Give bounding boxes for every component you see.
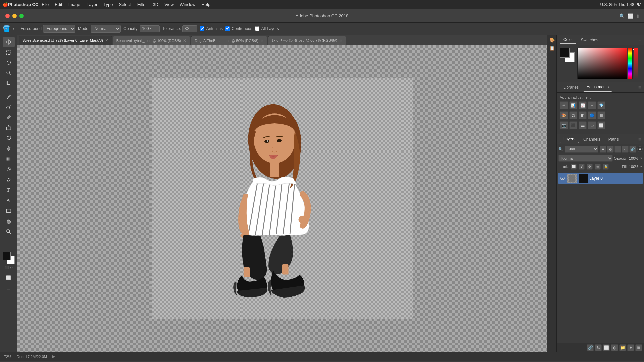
default-colors-icon[interactable]: ⬛ <box>5 266 9 269</box>
tab-layers[interactable]: Layers <box>560 135 579 143</box>
tab-swatches[interactable]: Swatches <box>578 36 602 44</box>
layers-filter-select[interactable]: Kind <box>565 146 598 153</box>
move-tool[interactable] <box>3 37 15 47</box>
panel-color-icon[interactable]: 🎨 <box>548 36 556 44</box>
hand-tool[interactable] <box>3 216 15 226</box>
new-group-btn[interactable]: 📁 <box>619 344 626 351</box>
canvas-document[interactable] <box>152 78 413 319</box>
eraser-tool[interactable] <box>3 143 15 154</box>
menu-window[interactable]: Window <box>180 2 195 7</box>
tab-close-streetscene[interactable]: ✕ <box>105 38 108 43</box>
color-lookup-icon[interactable]: 📷 <box>560 121 568 129</box>
channel-mixer-icon[interactable]: ▦ <box>597 111 605 119</box>
invert-icon[interactable]: ⬛ <box>569 121 577 129</box>
filter-type-icon[interactable]: T <box>614 146 621 153</box>
layer-visibility-toggle[interactable] <box>560 176 565 181</box>
eyedropper-tool[interactable] <box>3 92 15 102</box>
layers-panel-menu[interactable]: ≡ <box>638 136 641 142</box>
menu-file[interactable]: File <box>42 2 49 7</box>
pen-tool[interactable] <box>3 175 15 185</box>
color-spectrum-bar[interactable] <box>628 48 633 79</box>
anti-alias-checkbox[interactable] <box>200 26 204 31</box>
menu-layer[interactable]: Layer <box>87 2 98 7</box>
tab-beachvolleyball[interactable]: BeachVolleyball_.psd @ 100% (RGB/8) ✕ <box>113 36 190 45</box>
menu-3d[interactable]: 3D <box>153 2 159 7</box>
menu-type[interactable]: Type <box>103 2 113 7</box>
layer-thumbnail[interactable] <box>567 174 577 183</box>
gradient-map-icon[interactable]: ⬜ <box>597 121 605 129</box>
healing-brush-tool[interactable] <box>3 102 15 112</box>
tool-options-icon[interactable]: 🪣 <box>3 25 10 33</box>
fill-dropdown-icon[interactable]: ▼ <box>640 165 643 168</box>
fill-value[interactable]: 100% <box>629 165 638 169</box>
color-balance-icon[interactable]: ⚖ <box>569 111 577 119</box>
tab-color[interactable]: Color <box>560 36 576 44</box>
filter-toggle[interactable]: ● <box>637 146 643 152</box>
canvas-viewport[interactable] <box>17 45 547 352</box>
crop-tool[interactable] <box>3 78 15 88</box>
menu-edit[interactable]: Edit <box>55 2 62 7</box>
lock-position-btn[interactable]: ✛ <box>587 164 593 170</box>
opacity-value[interactable]: 100% <box>629 156 638 160</box>
panel-layers-icon[interactable]: 📋 <box>548 44 556 52</box>
menu-filter[interactable]: Filter <box>137 2 147 7</box>
foreground-color-swatch[interactable] <box>560 48 570 58</box>
layer-item-0[interactable]: Layer 0 <box>558 173 643 184</box>
path-selection-tool[interactable] <box>3 195 15 205</box>
threshold-icon[interactable]: ▭ <box>588 121 596 129</box>
photo-filter-icon[interactable]: 🔵 <box>588 111 596 119</box>
blend-mode-select[interactable]: Normal <box>558 155 613 162</box>
lock-pixels-btn[interactable]: 🖌 <box>579 164 585 170</box>
tab-adjustments[interactable]: Adjustments <box>583 83 612 92</box>
status-arrow[interactable]: ▶ <box>52 354 55 359</box>
exposure-icon[interactable]: △ <box>588 101 596 109</box>
delete-layer-btn[interactable]: 🗑 <box>635 344 642 351</box>
opacity-input[interactable] <box>140 25 160 32</box>
tab-channels[interactable]: Channels <box>580 136 604 143</box>
new-fill-adj-btn[interactable]: ◐ <box>611 344 618 351</box>
opacity-dropdown-icon[interactable]: ▼ <box>640 157 643 160</box>
swap-colors-icon[interactable]: ⇄ <box>10 266 13 269</box>
screen-mode[interactable]: ▭ <box>3 283 15 293</box>
quick-select-tool[interactable] <box>3 68 15 78</box>
tab-close-lesserpanda[interactable]: ✕ <box>339 38 343 43</box>
layer-name[interactable]: Layer 0 <box>589 176 641 181</box>
menu-select[interactable]: Select <box>119 2 131 7</box>
workspace-switcher[interactable]: ⬜ <box>628 13 633 19</box>
history-brush-tool[interactable] <box>3 133 15 143</box>
tab-streetscene[interactable]: StreetScene.psd @ 72% (Layer 0, Layer Ma… <box>19 36 112 45</box>
contiguous-checkbox[interactable] <box>225 26 230 31</box>
lock-all-btn[interactable]: 🔒 <box>603 164 609 170</box>
filter-shape-icon[interactable]: ▭ <box>622 146 629 153</box>
quick-mask-toggle[interactable]: ⬜ <box>3 273 15 283</box>
rectangle-tool[interactable] <box>3 206 15 216</box>
marquee-tool[interactable] <box>3 47 15 57</box>
maximize-button[interactable] <box>19 14 24 18</box>
gradient-tool[interactable] <box>3 154 15 164</box>
lock-transparency-btn[interactable]: ⬜ <box>571 164 577 170</box>
menu-view[interactable]: View <box>164 2 174 7</box>
new-layer-btn[interactable]: + <box>627 344 634 351</box>
blur-tool[interactable] <box>3 164 15 174</box>
foreground-color[interactable] <box>3 252 11 260</box>
color-alpha-bar[interactable] <box>634 48 638 79</box>
mode-select[interactable]: Normal <box>91 25 121 33</box>
tool-options-arrow[interactable]: ▼ <box>12 27 15 31</box>
tolerance-input[interactable] <box>182 25 197 32</box>
tab-dogsatthebeach[interactable]: DogsAtTheBeach.psd @ 50% (RGB/8) ✕ <box>191 36 267 45</box>
minimize-button[interactable] <box>12 14 17 18</box>
levels-icon[interactable]: 📊 <box>569 101 577 109</box>
hue-sat-icon[interactable]: 🎨 <box>560 111 568 119</box>
posterize-icon[interactable]: ▬ <box>579 121 587 129</box>
close-button[interactable] <box>5 14 10 18</box>
color-panel-menu[interactable]: ≡ <box>638 37 641 43</box>
zoom-tool[interactable] <box>3 227 15 237</box>
black-white-icon[interactable]: ◧ <box>579 111 587 119</box>
menu-image[interactable]: Image <box>68 2 80 7</box>
more-tools[interactable]: ··· <box>3 240 15 250</box>
lock-artboard-btn[interactable]: ▭ <box>595 164 601 170</box>
tab-paths[interactable]: Paths <box>605 136 622 143</box>
tab-libraries[interactable]: Libraries <box>560 84 582 91</box>
menu-help[interactable]: Help <box>201 2 210 7</box>
color-gradient-picker[interactable] <box>577 48 627 79</box>
